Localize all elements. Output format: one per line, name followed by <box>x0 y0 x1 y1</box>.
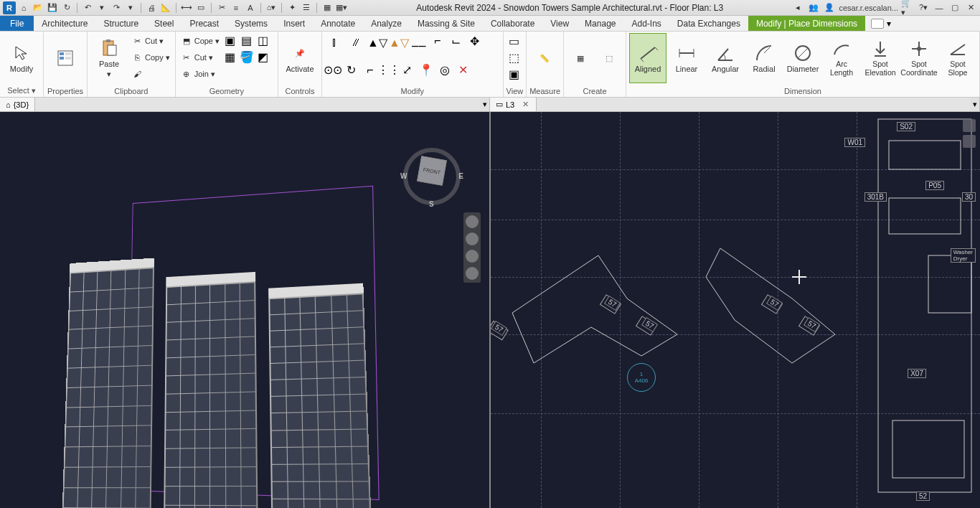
info-icon[interactable]: ◂ <box>791 1 804 14</box>
radial-dim-button[interactable]: Radial <box>745 33 783 83</box>
measure-qat-icon[interactable]: 📐 <box>159 1 172 14</box>
cardinal-s[interactable]: S <box>429 200 434 208</box>
tab-massing-site[interactable]: Massing & Site <box>410 16 483 31</box>
geom-tool-icon[interactable]: ▤ <box>240 33 254 47</box>
create-group-button[interactable]: ▦ <box>567 33 594 83</box>
open-icon[interactable]: 📂 <box>32 1 44 14</box>
properties-button[interactable] <box>47 33 84 83</box>
spot-coordinate-button[interactable]: Spot Coordinate <box>900 33 938 83</box>
modify-button[interactable]: Modify <box>3 33 40 83</box>
viewport-floorplan[interactable]: S02 W01 P05 301B 30 X07 52 Washer Dryer … <box>491 112 980 508</box>
orbit-icon[interactable] <box>466 267 479 280</box>
mirror-draw-icon[interactable]: ▲▽ <box>390 33 408 52</box>
text-qat-icon[interactable]: A <box>244 1 257 14</box>
box-icon[interactable]: ▣ <box>507 66 522 82</box>
tab-collaborate[interactable]: Collaborate <box>483 16 542 31</box>
user-icon[interactable]: 👤 <box>823 1 836 14</box>
home-icon[interactable]: ⌂ <box>17 1 30 14</box>
arc-length-button[interactable]: Arc Length <box>823 33 860 83</box>
revit-logo[interactable]: R <box>3 1 16 14</box>
offset-icon[interactable]: ⫽ <box>347 33 365 52</box>
cut-geom-button[interactable]: ✂Cut ▾ <box>179 50 222 65</box>
print-icon[interactable]: 🖨 <box>145 1 158 14</box>
paint-icon[interactable]: 🪣 <box>240 50 254 64</box>
aligned-dim-button[interactable]: Aligned <box>629 33 666 83</box>
move-icon[interactable]: ✥ <box>467 33 483 49</box>
tile-qat-icon[interactable]: ▦▾ <box>335 1 348 14</box>
copy-tool-icon[interactable]: ⊙⊙ <box>325 62 341 78</box>
tab-modify-place-dimensions[interactable]: Modify | Place Dimensions <box>748 16 865 31</box>
tab-manage[interactable]: Manage <box>577 16 623 31</box>
pan-icon[interactable] <box>466 232 479 245</box>
view-tab-3d[interactable]: ⌂ {3D} <box>0 98 35 111</box>
tab-systems[interactable]: Systems <box>227 16 275 31</box>
tab-analyze[interactable]: Analyze <box>363 16 410 31</box>
activate-button[interactable]: 📌 Activate <box>281 33 319 83</box>
search-icon[interactable]: 👥 <box>807 1 820 14</box>
linear-dim-button[interactable]: Linear <box>668 33 705 83</box>
view-tab-3d-drop[interactable]: ▾ <box>480 98 490 111</box>
close-inactive-icon[interactable]: ▦ <box>321 1 334 14</box>
tab-insert[interactable]: Insert <box>275 16 313 31</box>
redo-drop-icon[interactable]: ▾ <box>124 1 137 14</box>
tab-view[interactable]: View <box>542 16 577 31</box>
cart-icon[interactable]: 🛒▾ <box>901 1 914 14</box>
cardinal-w[interactable]: W <box>400 172 407 180</box>
geom-tool-icon[interactable]: ◫ <box>256 33 270 47</box>
3d-qat-icon[interactable]: ⌂▾ <box>265 1 278 14</box>
steering-wheel-icon[interactable] <box>466 215 479 228</box>
delete-icon[interactable]: ✕ <box>456 62 471 78</box>
panel-title-select[interactable]: Select ▾ <box>3 85 40 97</box>
section-qat-icon[interactable]: ✂ <box>215 1 228 14</box>
undo-drop-icon[interactable]: ▾ <box>95 1 108 14</box>
cope-button[interactable]: ⬒Cope ▾ <box>179 33 222 49</box>
view-tab-l3-drop[interactable]: ▾ <box>970 98 980 111</box>
section-view-tag[interactable]: 1 A406 <box>627 363 656 392</box>
undo-icon[interactable]: ↶ <box>81 1 94 14</box>
tag-qat-icon[interactable]: ▭ <box>194 1 207 14</box>
tab-addins[interactable]: Add-Ins <box>623 16 669 31</box>
align-qat-icon[interactable]: ✦ <box>286 1 298 14</box>
extend-icon[interactable]: ⌙ <box>448 33 464 49</box>
pin-tool-icon[interactable]: 📍 <box>418 62 434 78</box>
create-assembly-button[interactable]: ⬚ <box>595 33 623 83</box>
split-icon[interactable]: ⎯⎯ <box>411 33 427 49</box>
close-icon[interactable]: ✕ <box>964 1 977 14</box>
join-button[interactable]: ⊕Join ▾ <box>179 66 222 82</box>
view-tab-l3[interactable]: ▭ L3 ✕ <box>490 98 537 111</box>
hide-icon[interactable]: ▭ <box>507 33 522 49</box>
spot-elevation-button[interactable]: Spot Elevation <box>862 33 899 83</box>
diameter-dim-button[interactable]: Diameter <box>784 33 821 83</box>
viewcube-face[interactable]: FRONT <box>417 156 447 186</box>
tab-annotate[interactable]: Annotate <box>313 16 363 31</box>
geom-tool-icon[interactable]: ▣ <box>223 33 237 47</box>
unpin-icon[interactable]: ◎ <box>437 62 453 78</box>
tab-structure[interactable]: Structure <box>95 16 146 31</box>
save-icon[interactable]: 💾 <box>46 1 59 14</box>
geom-tool-icon[interactable]: ◩ <box>256 50 270 64</box>
redo-icon[interactable]: ↷ <box>110 1 123 14</box>
array-icon[interactable]: ⋮⋮ <box>381 62 397 78</box>
paste-button[interactable]: Paste▾ <box>90 33 128 83</box>
tab-precast[interactable]: Precast <box>182 16 227 31</box>
trim-icon[interactable]: ⌐ <box>430 33 446 49</box>
restore-icon[interactable]: ▢ <box>948 1 961 14</box>
trim-corner-icon[interactable]: ⌐ <box>362 62 378 78</box>
help-icon[interactable]: ?▾ <box>917 1 930 14</box>
scale-icon[interactable]: ⤢ <box>400 62 415 78</box>
geom-tool-icon[interactable]: ▦ <box>223 50 237 64</box>
mirror-axis-icon[interactable]: ▲▽ <box>368 33 387 52</box>
override-icon[interactable]: ⬚ <box>507 50 522 65</box>
file-menu[interactable]: File <box>0 16 34 31</box>
tab-architecture[interactable]: Architecture <box>34 16 95 31</box>
align-icon[interactable]: ⫿ <box>325 33 344 52</box>
tab-steel[interactable]: Steel <box>146 16 182 31</box>
ribbon-extra-btn[interactable] <box>871 19 884 29</box>
zoom-icon[interactable] <box>466 250 479 263</box>
tab-data-exchanges[interactable]: Data Exchanges <box>669 16 748 31</box>
cardinal-e[interactable]: E <box>458 172 463 180</box>
nav-icon[interactable] <box>963 135 976 148</box>
reveal-icon[interactable] <box>963 119 976 132</box>
viewcube[interactable]: FRONT W E S <box>403 148 461 205</box>
rotate-icon[interactable]: ↻ <box>344 62 359 78</box>
